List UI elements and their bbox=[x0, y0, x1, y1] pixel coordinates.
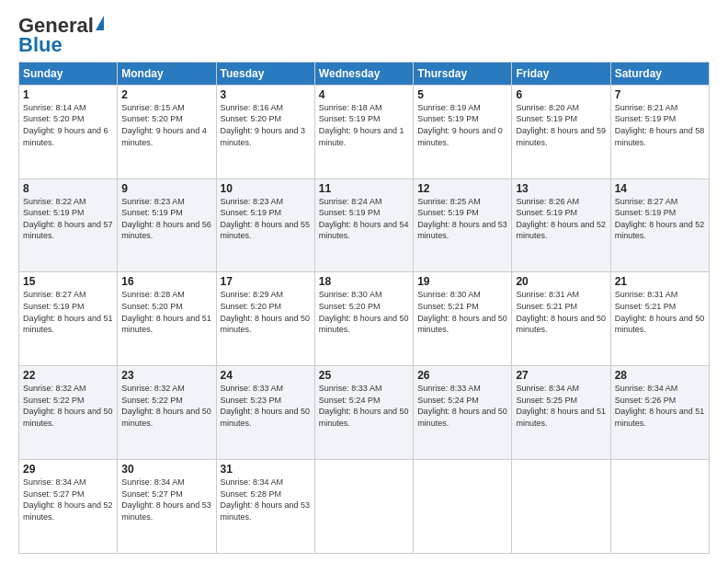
day-info: Sunrise: 8:22 AMSunset: 5:19 PMDaylight:… bbox=[23, 197, 113, 241]
calendar-cell: 17Sunrise: 8:29 AMSunset: 5:20 PMDayligh… bbox=[216, 272, 314, 366]
calendar-cell: 28Sunrise: 8:34 AMSunset: 5:26 PMDayligh… bbox=[610, 366, 709, 460]
day-number: 28 bbox=[615, 369, 705, 382]
day-info: Sunrise: 8:26 AMSunset: 5:19 PMDaylight:… bbox=[516, 197, 606, 241]
calendar-cell: 30Sunrise: 8:34 AMSunset: 5:27 PMDayligh… bbox=[118, 460, 216, 554]
day-info: Sunrise: 8:20 AMSunset: 5:19 PMDaylight:… bbox=[516, 103, 606, 147]
day-info: Sunrise: 8:34 AMSunset: 5:26 PMDaylight:… bbox=[615, 384, 705, 428]
day-number: 24 bbox=[221, 369, 311, 382]
day-number: 10 bbox=[221, 182, 311, 195]
calendar-cell: 24Sunrise: 8:33 AMSunset: 5:23 PMDayligh… bbox=[216, 366, 314, 460]
day-number: 3 bbox=[221, 88, 311, 101]
day-number: 4 bbox=[319, 88, 409, 101]
day-number: 17 bbox=[221, 275, 311, 288]
calendar-cell: 18Sunrise: 8:30 AMSunset: 5:20 PMDayligh… bbox=[314, 272, 413, 366]
day-number: 15 bbox=[23, 275, 113, 288]
calendar-cell: 6Sunrise: 8:20 AMSunset: 5:19 PMDaylight… bbox=[512, 85, 610, 178]
calendar-cell: 14Sunrise: 8:27 AMSunset: 5:19 PMDayligh… bbox=[610, 178, 709, 272]
day-number: 6 bbox=[516, 88, 606, 101]
weekday-header-friday: Friday bbox=[512, 62, 610, 85]
day-number: 9 bbox=[121, 182, 211, 195]
logo-triangle-icon bbox=[96, 16, 104, 30]
weekday-header-saturday: Saturday bbox=[610, 62, 709, 85]
week-row-3: 15Sunrise: 8:27 AMSunset: 5:19 PMDayligh… bbox=[19, 272, 710, 366]
day-info: Sunrise: 8:34 AMSunset: 5:27 PMDaylight:… bbox=[121, 477, 211, 522]
day-number: 22 bbox=[23, 369, 113, 382]
day-number: 30 bbox=[121, 463, 211, 476]
calendar-cell: 7Sunrise: 8:21 AMSunset: 5:19 PMDaylight… bbox=[610, 85, 709, 178]
day-info: Sunrise: 8:32 AMSunset: 5:22 PMDaylight:… bbox=[121, 384, 211, 428]
day-info: Sunrise: 8:14 AMSunset: 5:20 PMDaylight:… bbox=[23, 103, 108, 147]
day-info: Sunrise: 8:33 AMSunset: 5:24 PMDaylight:… bbox=[417, 384, 507, 428]
calendar-cell: 12Sunrise: 8:25 AMSunset: 5:19 PMDayligh… bbox=[414, 178, 512, 272]
weekday-header-monday: Monday bbox=[118, 62, 216, 85]
day-info: Sunrise: 8:34 AMSunset: 5:28 PMDaylight:… bbox=[221, 477, 311, 522]
calendar-cell: 8Sunrise: 8:22 AMSunset: 5:19 PMDaylight… bbox=[19, 178, 118, 272]
day-number: 2 bbox=[121, 88, 211, 101]
calendar-cell bbox=[512, 460, 610, 554]
day-info: Sunrise: 8:19 AMSunset: 5:19 PMDaylight:… bbox=[417, 103, 503, 147]
day-info: Sunrise: 8:33 AMSunset: 5:24 PMDaylight:… bbox=[319, 384, 409, 428]
calendar-cell: 27Sunrise: 8:34 AMSunset: 5:25 PMDayligh… bbox=[512, 366, 610, 460]
calendar-cell: 22Sunrise: 8:32 AMSunset: 5:22 PMDayligh… bbox=[19, 366, 118, 460]
day-number: 12 bbox=[417, 182, 507, 195]
calendar-cell: 5Sunrise: 8:19 AMSunset: 5:19 PMDaylight… bbox=[414, 85, 512, 178]
day-number: 13 bbox=[516, 182, 606, 195]
day-number: 16 bbox=[121, 275, 211, 288]
logo: General Blue bbox=[18, 14, 104, 54]
day-number: 7 bbox=[615, 88, 705, 101]
calendar-cell: 25Sunrise: 8:33 AMSunset: 5:24 PMDayligh… bbox=[314, 366, 413, 460]
week-row-5: 29Sunrise: 8:34 AMSunset: 5:27 PMDayligh… bbox=[19, 460, 710, 554]
day-info: Sunrise: 8:15 AMSunset: 5:20 PMDaylight:… bbox=[121, 103, 207, 147]
calendar-cell bbox=[414, 460, 512, 554]
day-number: 14 bbox=[615, 182, 705, 195]
day-info: Sunrise: 8:23 AMSunset: 5:19 PMDaylight:… bbox=[221, 197, 311, 241]
calendar-cell: 2Sunrise: 8:15 AMSunset: 5:20 PMDaylight… bbox=[118, 85, 216, 178]
day-info: Sunrise: 8:27 AMSunset: 5:19 PMDaylight:… bbox=[615, 197, 705, 241]
calendar-cell: 11Sunrise: 8:24 AMSunset: 5:19 PMDayligh… bbox=[314, 178, 413, 272]
day-info: Sunrise: 8:30 AMSunset: 5:21 PMDaylight:… bbox=[417, 290, 507, 334]
calendar-cell bbox=[314, 460, 413, 554]
calendar-cell: 3Sunrise: 8:16 AMSunset: 5:20 PMDaylight… bbox=[216, 85, 314, 178]
calendar-cell: 1Sunrise: 8:14 AMSunset: 5:20 PMDaylight… bbox=[19, 85, 118, 178]
weekday-header-sunday: Sunday bbox=[19, 62, 118, 85]
day-info: Sunrise: 8:31 AMSunset: 5:21 PMDaylight:… bbox=[516, 290, 606, 334]
logo-blue-text: Blue bbox=[18, 36, 63, 54]
day-info: Sunrise: 8:34 AMSunset: 5:27 PMDaylight:… bbox=[23, 477, 113, 522]
calendar-cell: 23Sunrise: 8:32 AMSunset: 5:22 PMDayligh… bbox=[118, 366, 216, 460]
day-number: 26 bbox=[417, 369, 507, 382]
day-number: 29 bbox=[23, 463, 113, 476]
day-info: Sunrise: 8:25 AMSunset: 5:19 PMDaylight:… bbox=[417, 197, 507, 241]
day-info: Sunrise: 8:16 AMSunset: 5:20 PMDaylight:… bbox=[221, 103, 306, 147]
day-info: Sunrise: 8:24 AMSunset: 5:19 PMDaylight:… bbox=[319, 197, 409, 241]
calendar-table: SundayMondayTuesdayWednesdayThursdayFrid… bbox=[18, 62, 710, 554]
day-number: 25 bbox=[319, 369, 409, 382]
day-number: 20 bbox=[516, 275, 606, 288]
day-info: Sunrise: 8:28 AMSunset: 5:20 PMDaylight:… bbox=[121, 290, 211, 334]
calendar-cell: 13Sunrise: 8:26 AMSunset: 5:19 PMDayligh… bbox=[512, 178, 610, 272]
day-number: 21 bbox=[615, 275, 705, 288]
day-info: Sunrise: 8:21 AMSunset: 5:19 PMDaylight:… bbox=[615, 103, 705, 147]
day-number: 23 bbox=[121, 369, 211, 382]
week-row-4: 22Sunrise: 8:32 AMSunset: 5:22 PMDayligh… bbox=[19, 366, 710, 460]
calendar-cell: 4Sunrise: 8:18 AMSunset: 5:19 PMDaylight… bbox=[314, 85, 413, 178]
header: General Blue bbox=[18, 14, 710, 54]
calendar-cell: 19Sunrise: 8:30 AMSunset: 5:21 PMDayligh… bbox=[414, 272, 512, 366]
day-info: Sunrise: 8:31 AMSunset: 5:21 PMDaylight:… bbox=[615, 290, 705, 334]
weekday-header-wednesday: Wednesday bbox=[314, 62, 413, 85]
calendar-cell: 15Sunrise: 8:27 AMSunset: 5:19 PMDayligh… bbox=[19, 272, 118, 366]
day-info: Sunrise: 8:34 AMSunset: 5:25 PMDaylight:… bbox=[516, 384, 606, 428]
calendar-cell: 16Sunrise: 8:28 AMSunset: 5:20 PMDayligh… bbox=[118, 272, 216, 366]
day-number: 1 bbox=[23, 88, 113, 101]
day-info: Sunrise: 8:27 AMSunset: 5:19 PMDaylight:… bbox=[23, 290, 113, 334]
day-info: Sunrise: 8:30 AMSunset: 5:20 PMDaylight:… bbox=[319, 290, 409, 334]
day-number: 11 bbox=[319, 182, 409, 195]
weekday-header-tuesday: Tuesday bbox=[216, 62, 314, 85]
weekday-header-row: SundayMondayTuesdayWednesdayThursdayFrid… bbox=[19, 62, 710, 85]
day-number: 31 bbox=[221, 463, 311, 476]
calendar-cell bbox=[610, 460, 709, 554]
calendar-cell: 31Sunrise: 8:34 AMSunset: 5:28 PMDayligh… bbox=[216, 460, 314, 554]
day-number: 27 bbox=[516, 369, 606, 382]
calendar-cell: 21Sunrise: 8:31 AMSunset: 5:21 PMDayligh… bbox=[610, 272, 709, 366]
week-row-1: 1Sunrise: 8:14 AMSunset: 5:20 PMDaylight… bbox=[19, 85, 710, 178]
day-number: 8 bbox=[23, 182, 113, 195]
